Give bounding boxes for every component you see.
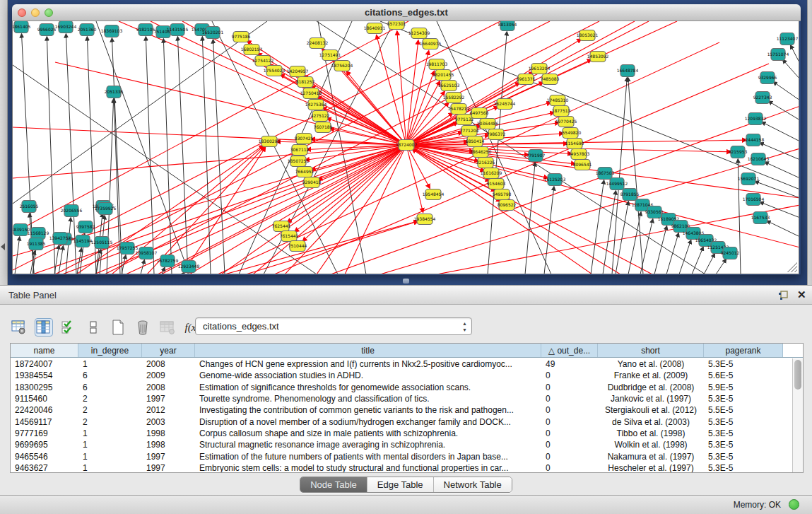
graph-edge[interactable] [317, 97, 406, 145]
table-cell: Tibbo et al. (1998) [598, 428, 704, 439]
table-cell: 1998 [142, 428, 195, 439]
graph-edge[interactable] [406, 145, 799, 247]
graph-node-label: 1167533 [751, 215, 770, 220]
table-row[interactable]: 911546021997Tourette syndrome. Phenomeno… [11, 393, 792, 404]
graph-edge[interactable] [163, 39, 172, 274]
graph-edge[interactable] [55, 62, 406, 145]
graph-node-label: 10958107 [136, 250, 158, 255]
window-titlebar[interactable]: citations_edges.txt [12, 4, 801, 21]
table-row[interactable]: 1830029562008Estimation of significance … [11, 382, 792, 393]
window-resize-grip[interactable] [787, 262, 797, 272]
graph-edge[interactable] [791, 45, 799, 64]
table-row[interactable]: 1872400712008Changes of HCN gene express… [11, 358, 792, 370]
graph-edge[interactable] [66, 218, 71, 274]
row-height-icon[interactable] [84, 318, 102, 337]
float-panel-icon[interactable] [777, 290, 789, 301]
table-row[interactable]: 2242004622012Investigating the contribut… [11, 404, 792, 416]
graph-edge[interactable] [755, 181, 799, 198]
graph-edge[interactable] [692, 247, 703, 274]
column-header-name[interactable]: name [11, 344, 78, 357]
table-cell: 5.3E-5 [704, 428, 783, 439]
graph-edge[interactable] [783, 59, 799, 79]
table-row[interactable]: 1938455462009Genome-wide association stu… [11, 370, 792, 381]
network-view-window: citations_edges.txt 18724007977518616802… [12, 4, 801, 275]
show-columns-icon[interactable] [35, 318, 53, 337]
graph-edge[interactable] [412, 149, 592, 274]
table-cell: Estimation of significance thresholds fo… [195, 382, 541, 393]
table-cell: Dudbridge et al. (2008) [598, 382, 704, 393]
column-header-year[interactable]: year [142, 344, 195, 357]
right-panel-edge[interactable] [807, 0, 812, 285]
tab-network-table[interactable]: Network Table [434, 477, 512, 492]
graph-edge[interactable] [716, 259, 726, 274]
table-cell: 2 [78, 404, 142, 416]
graph-edge[interactable] [112, 146, 264, 274]
graph-edge[interactable] [119, 21, 406, 145]
tab-node-table[interactable]: Node Table [300, 477, 367, 492]
column-header-short[interactable]: short [598, 344, 704, 357]
graph-edge[interactable] [54, 245, 59, 274]
graph-edge[interactable] [13, 21, 267, 204]
graph-edge[interactable] [767, 221, 799, 237]
graph-edge[interactable] [318, 145, 406, 180]
graph-node-label: 7664951 [295, 169, 314, 174]
graph-edge[interactable] [221, 145, 406, 274]
table-row[interactable]: 977716911998Corpus callosum shape and si… [11, 428, 792, 439]
table-cell: Stergiakouli et al. (2012) [598, 404, 704, 416]
left-panel-edge[interactable] [0, 0, 8, 285]
graph-edge[interactable] [437, 205, 799, 274]
graph-edge[interactable] [762, 122, 799, 141]
import-table-icon[interactable] [158, 318, 177, 337]
table-cell: 1997 [142, 462, 195, 472]
tab-edge-table[interactable]: Edge Table [367, 477, 434, 492]
table-row[interactable]: 946362711997Embryonic stem cells: a mode… [11, 462, 792, 472]
graph-edge[interactable] [112, 38, 122, 274]
close-panel-icon[interactable]: ✕ [797, 288, 806, 301]
table-row[interactable]: 969969511998Structural magnetic resonanc… [11, 439, 792, 450]
graph-node-label: 13942757 [49, 235, 71, 240]
graph-edge[interactable] [769, 101, 799, 120]
delete-table-icon[interactable] [134, 318, 152, 337]
graph-edge[interactable] [59, 246, 63, 274]
graph-edge[interactable] [15, 237, 20, 274]
table-cell: 5.9E-5 [704, 382, 783, 393]
column-header-in_degree[interactable]: in_degree [78, 344, 142, 357]
network-table-select[interactable]: citations_edges.txt ▲▼ [195, 317, 472, 335]
table-scrollbar[interactable] [792, 358, 803, 472]
graph-edge[interactable] [666, 233, 678, 274]
graph-edge[interactable] [773, 82, 799, 100]
graph-node-label: 9182105 [136, 27, 155, 32]
network-canvas[interactable]: 1872400797751861680215712754122175540231… [12, 21, 799, 274]
table-row[interactable]: 1456911722003Disruption of a novel membe… [11, 416, 792, 427]
column-header-pagerank[interactable]: pagerank [704, 344, 783, 357]
column-header-title[interactable]: title [195, 344, 541, 357]
graph-edge[interactable] [246, 221, 418, 274]
new-table-icon[interactable] [109, 318, 127, 337]
panel-splitter-handle[interactable] [403, 279, 409, 284]
table-settings-icon[interactable] [10, 318, 28, 337]
table-cell: 1997 [142, 450, 195, 462]
table-row[interactable]: 946554611997Estimation of the future num… [11, 450, 792, 462]
table-cell: Jankovic et al. (1997) [598, 393, 704, 404]
graph-edge[interactable] [603, 191, 616, 274]
graph-edge[interactable] [146, 37, 154, 274]
graph-edge[interactable] [269, 64, 406, 145]
memory-status-indicator[interactable] [789, 499, 799, 510]
graph-edge[interactable] [151, 21, 406, 145]
select-all-icon[interactable] [59, 318, 78, 337]
collapse-left-arrow-icon[interactable] [1, 243, 5, 250]
graph-edge[interactable] [628, 78, 643, 274]
graph-edge[interactable] [704, 254, 714, 274]
graph-edge[interactable] [765, 162, 799, 178]
graph-edge[interactable] [525, 163, 535, 274]
graph-edge[interactable] [654, 226, 667, 274]
column-header-out_de[interactable]: △ out_de... [541, 344, 598, 357]
table-scrollbar-thumb[interactable] [794, 360, 801, 390]
graph-edge[interactable] [679, 240, 691, 274]
graph-edge[interactable] [225, 221, 418, 274]
graph-edge[interactable] [612, 78, 627, 274]
graph-edge[interactable] [544, 187, 554, 274]
graph-edge[interactable] [213, 40, 225, 274]
graph-node-label: 9227343 [753, 95, 772, 100]
graph-edge[interactable] [13, 127, 406, 145]
